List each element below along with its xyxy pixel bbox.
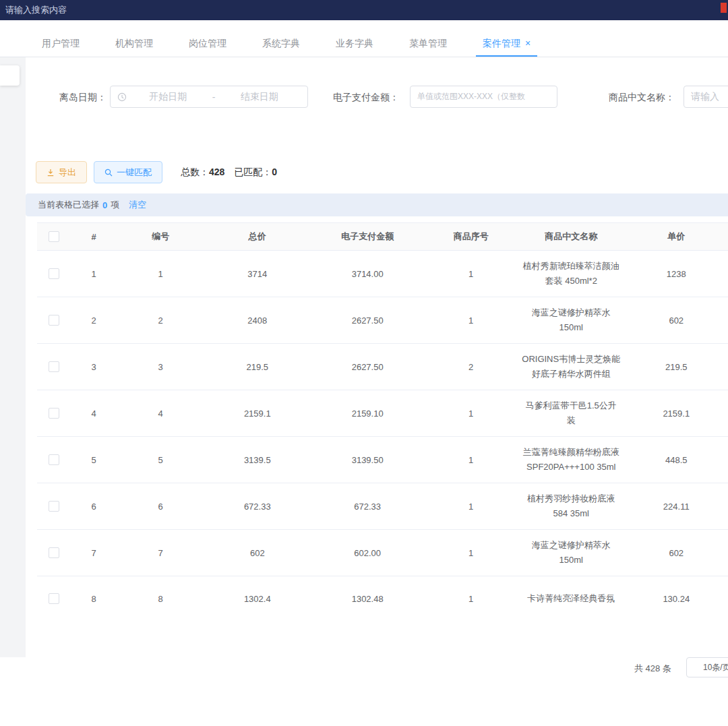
product-name-filter-input[interactable]: 请输入 [684,86,728,108]
cell-epay-amount: 1302.48 [311,594,424,604]
cell-total-price: 3139.5 [204,455,311,465]
cell-epay-amount: 3714.00 [311,269,424,279]
tab-item[interactable]: 系统字典 [255,30,307,57]
cell-index: 1 [71,269,117,279]
cell-product-seq: 1 [424,315,518,326]
table-header-row: #编号总价电子支付金额商品序号商品中文名称单价 [37,222,728,251]
cell-index: 8 [71,594,117,604]
cell-total-price: 3714 [204,269,311,279]
row-checkbox[interactable] [49,268,59,279]
left-gutter [0,57,26,657]
tab-item[interactable]: 业务字典 [329,30,380,57]
global-search-input[interactable]: 请输入搜索内容 [5,4,67,16]
cell-product-name: ORIGINS韦博士灵芝焕能好底子精华水两件组 [518,352,625,382]
cell-product-seq: 1 [424,594,518,604]
epay-placeholder: 单值或范围XXX-XXX（仅整数 [417,91,525,102]
product-name-placeholder: 请输入 [691,91,719,103]
cell-unit-price: 1238 [625,269,728,279]
tab-label: 业务字典 [336,38,373,49]
date-filter-label: 离岛日期： [59,92,107,104]
cell-unit-price: 130.24 [625,594,728,604]
column-header: # [71,232,117,242]
cell-code: 4 [117,409,204,419]
cell-code: 2 [117,315,204,326]
tab-item[interactable]: 菜单管理 [402,30,454,57]
page-size-select[interactable]: 10条/页 [686,657,728,677]
cell-unit-price: 219.5 [625,362,728,372]
topbar-indicator-badge [721,3,727,13]
cell-unit-price: 2159.1 [625,409,728,419]
cell-total-price: 1302.4 [204,594,311,604]
cell-code: 8 [117,594,204,604]
tab-label: 菜单管理 [409,38,447,49]
table-row[interactable]: 5 5 3139.5 3139.50 1 兰蔻菁纯臻颜精华粉底液SPF20PA+… [37,437,728,483]
data-table: #编号总价电子支付金额商品序号商品中文名称单价 1 1 3714 3714.00… [37,222,728,612]
page-size-value: 10条/页 [703,662,728,673]
row-checkbox[interactable] [49,547,59,558]
row-checkbox[interactable] [49,454,59,465]
column-header: 商品序号 [424,231,518,243]
table-row[interactable]: 8 8 1302.4 1302.48 1 卡诗菁纯亮泽经典香氛 130.24 [37,576,728,612]
cell-product-name: 卡诗菁纯亮泽经典香氛 [518,591,625,606]
cell-total-price: 2159.1 [204,409,311,419]
cell-epay-amount: 602.00 [311,548,424,558]
export-button-label: 导出 [59,167,76,179]
tab-bar: 用户管理 机构管理 岗位管理 系统字典 业务字典 菜单管理 案件管理× [0,20,728,57]
clear-selection-link[interactable]: 清空 [129,199,146,211]
cell-index: 7 [71,548,117,558]
tab-item[interactable]: 用户管理 [35,30,86,57]
cell-index: 4 [71,409,117,419]
export-button[interactable]: 导出 [36,161,87,183]
row-checkbox[interactable] [49,593,59,604]
date-start-placeholder: 开始日期 [127,91,210,103]
cell-index: 3 [71,362,117,372]
tab-label: 用户管理 [42,38,80,49]
epay-filter-input[interactable]: 单值或范围XXX-XXX（仅整数 [410,86,557,108]
row-checkbox[interactable] [49,408,59,419]
tab-close-icon[interactable]: × [525,38,530,49]
table-row[interactable]: 4 4 2159.1 2159.10 1 马爹利蓝带干邑1.5公升装 2159.… [37,390,728,437]
cell-product-name: 兰蔻菁纯臻颜精华粉底液SPF20PA+++100 35ml [518,445,625,475]
table-row[interactable]: 1 1 3714 3714.00 1 植村秀新琥珀臻萃洁颜油套装 450ml*2… [37,251,728,297]
tab-label: 机构管理 [115,38,153,49]
selection-info-bar: 当前表格已选择 0 项 清空 [26,193,728,216]
table-row[interactable]: 6 6 672.33 672.33 1 植村秀羽纱持妆粉底液 584 35ml … [37,483,728,530]
tab-item[interactable]: 机构管理 [109,30,160,57]
cell-total-price: 672.33 [204,502,311,512]
cell-code: 3 [117,362,204,372]
cell-code: 5 [117,455,204,465]
cell-epay-amount: 3139.50 [311,455,424,465]
table-row[interactable]: 2 2 2408 2627.50 1 海蓝之谜修护精萃水 150ml 602 [37,297,728,344]
download-icon [47,169,55,177]
sidebar-collapse-handle[interactable] [0,65,20,86]
row-checkbox[interactable] [49,315,59,326]
column-header: 电子支付金额 [311,231,424,243]
tab-item[interactable]: 岗位管理 [182,30,233,57]
cell-unit-price: 602 [625,315,728,326]
table-row[interactable]: 3 3 219.5 2627.50 2 ORIGINS韦博士灵芝焕能好底子精华水… [37,344,728,390]
cell-product-name: 海蓝之谜修护精萃水 150ml [518,305,625,335]
one-click-match-button[interactable]: 一键匹配 [94,161,162,183]
cell-product-name: 马爹利蓝带干邑1.5公升装 [518,398,625,428]
cell-product-seq: 1 [424,455,518,465]
total-label: 总数： [181,167,209,177]
tab-item[interactable]: 案件管理× [476,30,537,57]
clock-icon [117,92,127,102]
column-header: 商品中文名称 [518,231,624,243]
match-stats: 总数：428已匹配：0 [181,167,277,179]
product-name-filter-label: 商品中文名称： [609,92,675,104]
column-header: 单价 [625,231,728,243]
matched-label: 已匹配： [234,167,272,177]
select-all-checkbox[interactable] [49,231,59,242]
date-range-input[interactable]: 开始日期 - 结束日期 [110,86,308,108]
cell-product-name: 植村秀新琥珀臻萃洁颜油套装 450ml*2 [518,259,625,289]
column-header: 总价 [204,231,311,243]
cell-index: 5 [71,455,117,465]
row-checkbox[interactable] [49,361,59,372]
top-bar: 请输入搜索内容 [0,0,728,20]
row-checkbox[interactable] [49,501,59,512]
cell-product-seq: 1 [424,269,518,279]
cell-epay-amount: 672.33 [311,502,424,512]
cell-index: 6 [71,502,117,512]
table-row[interactable]: 7 7 602 602.00 1 海蓝之谜修护精萃水 150ml 602 [37,530,728,576]
